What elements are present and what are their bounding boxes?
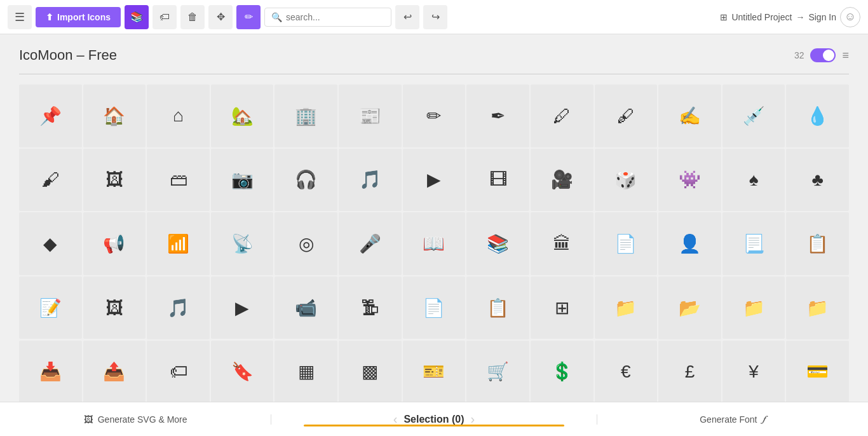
section-divider [19,74,849,74]
signin-label: Sign In [808,12,836,22]
signin-arrow-icon: → [796,12,804,22]
icon-diamond[interactable]: ◆ [19,212,82,275]
avatar[interactable]: ☺ [840,7,860,27]
icon-folder-down[interactable]: 📥 [19,341,82,402]
icon-eyedropper[interactable]: 💉 [722,85,785,147]
menu-icon: ☰ [15,10,25,24]
icon-file-zip[interactable]: 🗜 [339,276,402,339]
icon-image[interactable]: 🖼 [83,149,146,212]
icon-profile[interactable]: 👤 [658,212,721,275]
move-button[interactable]: ✥ [208,5,233,29]
icon-stack[interactable]: ⊞ [531,276,593,339]
icon-file-video[interactable]: 📹 [275,276,337,339]
edit-button[interactable]: ✏ [236,5,261,29]
icon-books[interactable]: 📚 [466,212,529,275]
icon-folder-open[interactable]: 📂 [658,276,721,339]
icon-wifi[interactable]: 📶 [147,212,210,275]
icon-feed[interactable]: ◎ [275,212,337,275]
icon-barcode[interactable]: ▦ [275,341,337,402]
search-input[interactable] [286,12,384,22]
icon-headphones[interactable]: 🎧 [275,149,337,212]
icon-spades[interactable]: ♠ [722,149,785,212]
font-icon: 𝒇 [763,414,766,425]
icon-book[interactable]: 📖 [403,212,466,275]
icon-copy[interactable]: 📄 [403,276,466,339]
icon-pound[interactable]: £ [658,341,721,402]
section-title: IcoMoon – Free [19,47,117,64]
tag-button[interactable]: 🏷 [153,5,177,29]
icon-library[interactable]: 🏛 [531,212,593,275]
search-box: 🔍 [264,8,391,27]
icon-folder[interactable]: 📁 [595,276,658,339]
icon-pacman[interactable]: 👾 [658,149,721,212]
icon-euro[interactable]: € [595,341,658,402]
tag-icon: 🏷 [159,11,170,23]
icon-pen[interactable]: 🖋 [595,85,658,147]
icon-office[interactable]: 🏢 [275,85,337,147]
trash-icon: 🗑 [187,11,198,23]
project-selector[interactable]: ⊞ Untitled Project [720,12,792,22]
bottom-bar: 🖼 Generate SVG & More ‹ Selection (0) › … [0,402,868,436]
icon-file[interactable]: 📄 [595,212,658,275]
icon-file4[interactable]: 📝 [19,276,82,339]
signin-button[interactable]: → Sign In [796,12,836,22]
icon-home1[interactable]: 🏠 [83,85,146,147]
icon-home2[interactable]: ⌂ [147,85,210,147]
icon-music[interactable]: 🎵 [339,149,402,212]
icon-newspaper[interactable]: 📰 [339,85,402,147]
undo-button[interactable]: ↩ [395,5,419,29]
icon-paste[interactable]: 📋 [466,276,529,339]
icon-film[interactable]: 🎞 [466,149,529,212]
icon-qr[interactable]: ▩ [339,341,402,402]
section-header: IcoMoon – Free 32 ≡ [19,47,849,64]
icon-folder-minus[interactable]: 📁 [786,276,849,339]
undo-icon: ↩ [403,11,412,23]
icon-bullhorn[interactable]: 📢 [83,212,146,275]
icon-images[interactable]: 🗃 [147,149,210,212]
icon-dice[interactable]: 🎲 [595,149,658,212]
icon-home3[interactable]: 🏡 [211,85,274,147]
generate-font-section[interactable]: Generate Font 𝒇 [597,414,868,425]
list-view-icon[interactable]: ≡ [842,49,849,62]
icon-paint[interactable]: 🖌 [19,149,82,212]
icon-dollar[interactable]: 💲 [531,341,593,402]
icon-ticket[interactable]: 🎫 [403,341,466,402]
redo-button[interactable]: ↪ [423,5,447,29]
toolbar: ☰ ⬆ Import Icons 📚 🏷 🗑 ✥ ✏ 🔍 ↩ ↪ ⊞ Untit… [0,0,868,34]
icon-play[interactable]: ▶ [403,149,466,212]
icon-pencil2[interactable]: ✒ [466,85,529,147]
svg-icon: 🖼 [84,414,93,425]
icon-mic[interactable]: 🎤 [339,212,402,275]
icon-blog[interactable]: ✍ [658,85,721,147]
icon-podcast[interactable]: 📡 [211,212,274,275]
menu-button[interactable]: ☰ [8,5,32,29]
icon-tag[interactable]: 🏷 [147,341,210,402]
section-controls: 32 ≡ [794,48,849,62]
icon-droplet[interactable]: 💧 [786,85,849,147]
icon-clubs[interactable]: ♣ [786,149,849,212]
icon-folder-up[interactable]: 📤 [83,341,146,402]
icon-file-music[interactable]: 🎵 [147,276,210,339]
icon-pin[interactable]: 📌 [19,85,82,147]
icon-videocam[interactable]: 🎥 [531,149,593,212]
icon-creditcard[interactable]: 💳 [786,341,849,402]
icon-pencil[interactable]: ✏ [403,85,466,147]
icon-file-img[interactable]: 🖼 [83,276,146,339]
main-content: IcoMoon – Free 32 ≡ 📌🏠⌂🏡🏢📰✏✒🖊🖋✍💉💧🖌🖼🗃📷🎧🎵▶… [0,34,868,402]
icon-tags[interactable]: 🔖 [211,341,274,402]
icon-file3[interactable]: 📋 [786,212,849,275]
icon-yen[interactable]: ¥ [722,341,785,402]
icon-quill[interactable]: 🖊 [531,85,593,147]
icon-camera[interactable]: 📷 [211,149,274,212]
import-icons-button[interactable]: ⬆ Import Icons [36,7,121,27]
icon-cart[interactable]: 🛒 [466,341,529,402]
generate-svg-label: Generate SVG & More [98,414,187,425]
icon-file2[interactable]: 📃 [722,212,785,275]
grid-toggle[interactable] [810,48,836,62]
import-label: Import Icons [57,12,111,22]
icon-folder-plus[interactable]: 📁 [722,276,785,339]
delete-button[interactable]: 🗑 [180,5,205,29]
icon-file-play[interactable]: ▶ [211,276,274,339]
generate-svg-section[interactable]: 🖼 Generate SVG & More [0,414,271,425]
library-button[interactable]: 📚 [125,5,149,29]
